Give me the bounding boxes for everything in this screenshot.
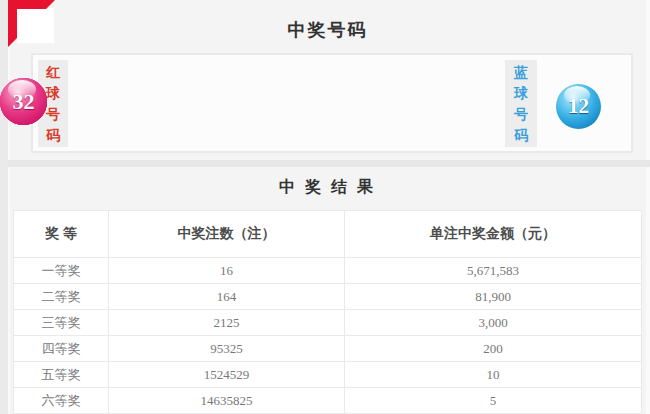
prize-amount: 81,900 [345,284,642,310]
prize-level: 二等奖 [14,284,109,310]
red-ball-label-text: 红球号码 [46,60,61,146]
table-row: 三等奖 2125 3,000 [14,310,642,336]
blue-ball: 12 [556,84,601,129]
left-edge-highlight [8,0,10,414]
winning-numbers-panel [31,53,633,153]
table-row: 二等奖 164 81,900 [14,284,642,310]
prize-amount: 5,671,583 [345,258,642,284]
winning-bets: 164 [109,284,345,310]
winning-bets: 14635825 [109,388,345,414]
table-row: 一等奖 16 5,671,583 [14,258,642,284]
results-table-header-row: 奖 等 中奖注数（注） 单注中奖金额（元） [14,211,642,258]
blue-ball-label-text: 蓝球号码 [514,60,529,146]
prize-level: 六等奖 [14,388,109,414]
prize-level: 三等奖 [14,310,109,336]
table-row: 四等奖 95325 200 [14,336,642,362]
header-prize-level: 奖 等 [14,211,109,258]
right-edge-strip [646,0,650,414]
results-table: 奖 等 中奖注数（注） 单注中奖金额（元） 一等奖 16 5,671,583 二… [13,210,642,414]
header-prize-amount: 单注中奖金额（元） [345,211,642,258]
prize-level: 五等奖 [14,362,109,388]
winning-numbers-title: 中奖号码 [8,18,647,42]
winning-bets: 2125 [109,310,345,336]
prize-level: 四等奖 [14,336,109,362]
winning-bets: 16 [109,258,345,284]
red-ball-6: 32 [0,78,47,125]
section-divider [8,160,650,167]
prize-amount: 200 [345,336,642,362]
prize-amount: 3,000 [345,310,642,336]
header-winning-bets: 中奖注数（注） [109,211,345,258]
prize-amount: 10 [345,362,642,388]
table-row: 六等奖 14635825 5 [14,388,642,414]
left-edge-strip [0,0,8,414]
winning-bets: 1524529 [109,362,345,388]
blue-ball-label: 蓝球号码 [505,60,537,147]
prize-level: 一等奖 [14,258,109,284]
winning-results-title: 中 奖 结 果 [8,177,647,198]
table-row: 五等奖 1524529 10 [14,362,642,388]
winning-bets: 95325 [109,336,345,362]
prize-amount: 5 [345,388,642,414]
lottery-results-page: 中奖号码 红球号码 01 06 14 24 28 32 蓝球号码 12 中 奖 … [0,0,650,414]
